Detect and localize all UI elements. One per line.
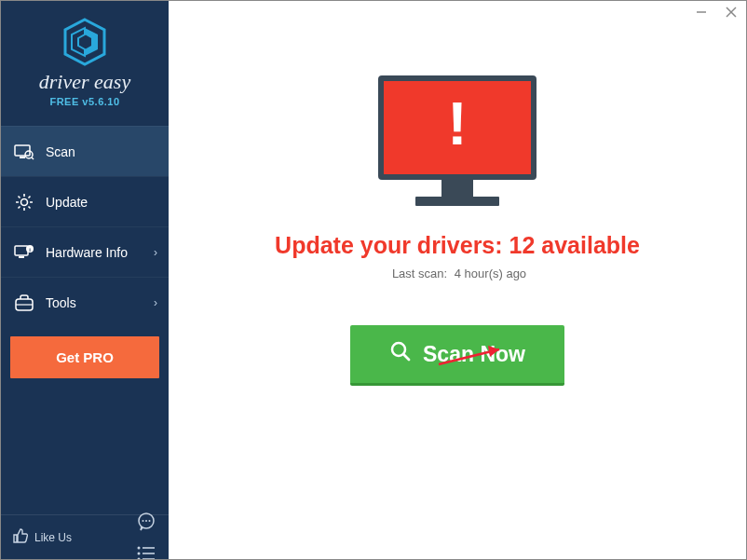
toolbox-icon: [14, 293, 34, 313]
minimize-button[interactable]: [694, 5, 709, 20]
svg-line-27: [404, 355, 410, 361]
update-headline: Update your drivers: 12 available: [275, 232, 640, 259]
svg-point-19: [149, 520, 151, 522]
sidebar-item-scan[interactable]: Scan: [1, 126, 169, 176]
sidebar-item-label: Tools: [46, 295, 76, 310]
like-us-button[interactable]: Like Us: [12, 527, 72, 547]
scan-button-label: Scan Now: [423, 342, 525, 367]
hardware-info-icon: i: [14, 242, 34, 263]
last-scan-prefix: Last scan:: [392, 266, 447, 280]
sidebar-item-label: Hardware Info: [46, 245, 128, 260]
exclamation-icon: !: [447, 89, 467, 158]
magnifier-icon: [389, 340, 412, 368]
logo-section: driver easy FREE v5.6.10: [1, 1, 169, 116]
main-content: ! Update your drivers: 12 available Last…: [169, 1, 746, 559]
magnifier-monitor-icon: [14, 142, 34, 162]
svg-rect-10: [15, 246, 28, 255]
sidebar-bottombar: Like Us: [1, 514, 169, 559]
svg-marker-4: [72, 28, 85, 56]
brand-name: driver easy: [1, 70, 169, 94]
last-scan-text: Last scan: 4 hour(s) ago: [388, 266, 526, 280]
feedback-icon[interactable]: [135, 511, 157, 533]
sidebar-nav: Scan Update i Hardware Info › Tools › Ge…: [1, 126, 169, 514]
svg-point-22: [138, 552, 141, 554]
scan-now-button[interactable]: Scan Now: [350, 325, 564, 386]
like-us-label: Like Us: [34, 531, 72, 544]
thumbs-up-icon: [12, 527, 29, 547]
sidebar-item-tools[interactable]: Tools ›: [1, 277, 169, 327]
get-pro-button[interactable]: Get PRO: [10, 336, 159, 378]
svg-line-8: [32, 157, 34, 159]
sidebar: driver easy FREE v5.6.10 Scan Update i H…: [1, 1, 169, 559]
gear-icon: [14, 192, 34, 212]
alert-monitor-graphic: !: [378, 75, 536, 206]
svg-point-17: [143, 520, 144, 522]
sidebar-item-label: Update: [46, 195, 88, 210]
svg-point-7: [25, 151, 33, 158]
sidebar-item-hardware-info[interactable]: i Hardware Info ›: [1, 226, 169, 277]
sidebar-item-label: Scan: [46, 144, 75, 159]
svg-point-18: [145, 520, 147, 522]
sidebar-item-update[interactable]: Update: [1, 176, 169, 226]
svg-rect-11: [19, 256, 24, 258]
svg-point-9: [21, 198, 28, 205]
menu-list-icon[interactable]: [135, 542, 157, 561]
app-version: FREE v5.6.10: [1, 96, 169, 107]
svg-rect-6: [20, 157, 25, 158]
app-logo-icon: [63, 18, 106, 66]
chevron-right-icon: ›: [154, 296, 157, 309]
close-button[interactable]: [724, 5, 739, 20]
svg-point-20: [138, 546, 141, 549]
last-scan-value: 4 hour(s) ago: [455, 266, 526, 280]
chevron-right-icon: ›: [154, 246, 157, 259]
